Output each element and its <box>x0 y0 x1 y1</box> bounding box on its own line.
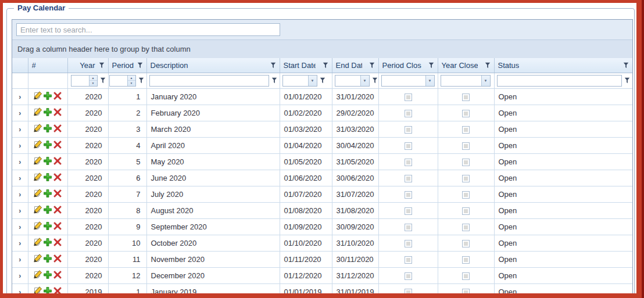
start-date-filter-dropdown[interactable]: ▼ <box>282 75 317 87</box>
period-closed-checkbox[interactable] <box>405 126 412 134</box>
delete-icon[interactable] <box>53 140 62 149</box>
edit-icon[interactable] <box>33 91 42 100</box>
filter-icon[interactable] <box>99 62 105 69</box>
add-icon[interactable] <box>43 205 52 214</box>
dropdown-arrow-icon[interactable]: ▼ <box>425 76 434 86</box>
delete-icon[interactable] <box>53 270 62 279</box>
year-closed-checkbox[interactable] <box>462 94 470 101</box>
edit-icon[interactable] <box>33 107 42 117</box>
period-closed-checkbox[interactable] <box>405 240 412 247</box>
dropdown-arrow-icon[interactable]: ▼ <box>308 76 317 86</box>
edit-icon[interactable] <box>33 254 42 263</box>
edit-icon[interactable] <box>33 156 42 166</box>
delete-icon[interactable] <box>53 238 62 247</box>
column-header-period[interactable]: Period <box>108 58 146 73</box>
delete-icon[interactable] <box>53 107 62 117</box>
dropdown-arrow-icon[interactable]: ▼ <box>360 76 369 86</box>
column-header-period-closed[interactable]: Period Closed <box>378 58 438 73</box>
description-filter-input[interactable] <box>149 75 269 87</box>
edit-icon[interactable] <box>33 286 42 294</box>
filter-icon[interactable] <box>100 77 106 84</box>
year-closed-checkbox[interactable] <box>462 110 470 117</box>
year-closed-checkbox[interactable] <box>462 272 470 280</box>
filter-icon[interactable] <box>372 77 378 84</box>
edit-icon[interactable] <box>33 238 42 247</box>
year-closed-checkbox[interactable] <box>462 126 470 134</box>
delete-icon[interactable] <box>53 189 62 198</box>
period-closed-checkbox[interactable] <box>405 224 412 231</box>
period-filter-spinner[interactable]: ▲ ▼ <box>109 75 136 87</box>
expand-row-icon[interactable]: › <box>19 174 21 182</box>
add-icon[interactable] <box>43 189 52 198</box>
expand-row-icon[interactable]: › <box>19 223 21 231</box>
year-closed-checkbox[interactable] <box>462 207 470 215</box>
filter-icon[interactable] <box>270 62 276 69</box>
year-closed-checkbox[interactable] <box>462 175 470 182</box>
period-closed-checkbox[interactable] <box>405 159 412 166</box>
column-header-description[interactable]: Description <box>146 58 280 73</box>
year-closed-filter-dropdown[interactable]: ▼ <box>441 75 491 87</box>
filter-icon[interactable] <box>137 62 143 69</box>
delete-icon[interactable] <box>53 286 62 294</box>
spin-down-icon[interactable]: ▼ <box>90 80 97 86</box>
filter-icon[interactable] <box>485 62 491 69</box>
filter-icon[interactable] <box>323 62 328 69</box>
add-icon[interactable] <box>43 173 52 182</box>
spin-up-icon[interactable]: ▲ <box>128 76 135 81</box>
add-icon[interactable] <box>43 107 52 117</box>
expand-row-icon[interactable]: › <box>19 288 21 294</box>
column-header-status[interactable]: Status <box>494 58 632 73</box>
filter-icon[interactable] <box>428 62 434 69</box>
filter-icon[interactable] <box>369 62 375 69</box>
add-icon[interactable] <box>43 270 52 279</box>
delete-icon[interactable] <box>53 173 62 182</box>
add-icon[interactable] <box>43 140 52 149</box>
edit-icon[interactable] <box>33 189 42 198</box>
edit-icon[interactable] <box>33 173 42 182</box>
expand-row-icon[interactable]: › <box>19 239 21 247</box>
period-closed-checkbox[interactable] <box>405 110 412 117</box>
expand-row-icon[interactable]: › <box>19 272 21 280</box>
add-icon[interactable] <box>43 221 52 231</box>
expand-row-icon[interactable]: › <box>19 109 21 117</box>
add-icon[interactable] <box>43 91 52 100</box>
period-closed-filter-dropdown[interactable]: ▼ <box>381 75 435 87</box>
year-closed-checkbox[interactable] <box>462 289 470 293</box>
dropdown-arrow-icon[interactable]: ▼ <box>481 76 490 86</box>
status-filter-input[interactable] <box>497 75 622 87</box>
expand-row-icon[interactable]: › <box>19 256 21 264</box>
period-closed-checkbox[interactable] <box>405 289 412 293</box>
add-icon[interactable] <box>43 124 52 133</box>
delete-icon[interactable] <box>53 205 62 214</box>
expand-row-icon[interactable]: › <box>19 142 21 150</box>
column-header-year-closed[interactable]: Year Closed <box>438 58 494 73</box>
year-closed-checkbox[interactable] <box>462 159 470 166</box>
expand-row-icon[interactable]: › <box>19 93 21 101</box>
filter-icon[interactable] <box>320 77 325 84</box>
delete-icon[interactable] <box>53 221 62 231</box>
year-closed-checkbox[interactable] <box>462 256 470 264</box>
year-closed-checkbox[interactable] <box>462 191 470 199</box>
year-closed-checkbox[interactable] <box>462 240 470 247</box>
period-closed-checkbox[interactable] <box>405 94 412 101</box>
edit-icon[interactable] <box>33 221 42 231</box>
period-closed-checkbox[interactable] <box>405 272 412 280</box>
expand-row-icon[interactable]: › <box>19 191 21 199</box>
spin-up-icon[interactable]: ▲ <box>90 76 97 81</box>
expand-row-icon[interactable]: › <box>19 207 21 215</box>
year-closed-checkbox[interactable] <box>462 142 470 150</box>
column-header-year[interactable]: Year <box>67 58 108 73</box>
period-closed-checkbox[interactable] <box>405 142 412 150</box>
expand-row-icon[interactable]: › <box>19 158 21 166</box>
add-icon[interactable] <box>43 238 52 247</box>
year-filter-spinner[interactable]: ▲ ▼ <box>71 75 98 87</box>
edit-icon[interactable] <box>33 205 42 214</box>
period-closed-checkbox[interactable] <box>405 191 412 199</box>
filter-icon[interactable] <box>623 62 629 69</box>
period-closed-checkbox[interactable] <box>405 256 412 264</box>
column-header-end-date[interactable]: End Date <box>332 58 378 73</box>
column-header-start-date[interactable]: Start Date <box>280 58 332 73</box>
expand-row-icon[interactable]: › <box>19 125 21 134</box>
add-icon[interactable] <box>43 286 52 294</box>
edit-icon[interactable] <box>33 124 42 133</box>
